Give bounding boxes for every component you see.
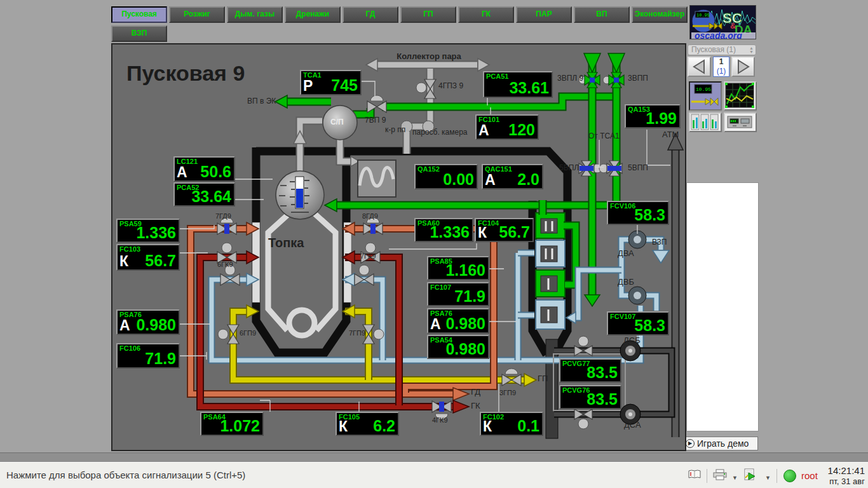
display-tag: FCV106 [610, 202, 635, 210]
instrument-display-TCA1[interactable]: TCA1Р745 [300, 70, 362, 95]
pipe-label-gk6: 6ГК9 [217, 261, 233, 268]
pipe-label-vzp: ВЗП [652, 238, 667, 247]
bars-icon [690, 114, 719, 130]
valve-5vpl[interactable] [579, 161, 602, 176]
connection-status-icon[interactable] [783, 470, 796, 482]
tab-Экономайзер[interactable]: Экономайзер [632, 6, 688, 23]
display-value: 1.160 [445, 261, 485, 280]
instrument-display-FCV106[interactable]: FCV10658.3 [607, 201, 669, 225]
trend-view-button[interactable] [724, 81, 757, 111]
tab-Пусковая[interactable]: Пусковая [111, 6, 167, 23]
print-dropdown-icon[interactable]: ▼ [732, 475, 738, 481]
play-demo-button[interactable]: ▶ Играть демо [682, 437, 758, 451]
instrument-display-FC104[interactable]: FC104К56.7 [475, 218, 534, 242]
valve-7vp9[interactable] [367, 95, 386, 112]
tab-Дым. газы[interactable]: Дым. газы [227, 6, 283, 23]
instrument-display-LC121[interactable]: LC121А50.6 [173, 156, 235, 182]
view-selector[interactable]: Пусковая (1) ▲▼ [688, 44, 756, 55]
instrument-display-PSA76L[interactable]: PSA76А0.980 [116, 309, 180, 335]
instrument-display-QA152[interactable]: QA1520.00 [414, 164, 478, 189]
valve-7gd9[interactable] [217, 217, 236, 234]
display-value: 0.980 [445, 340, 485, 358]
display-value: 1.99 [646, 109, 677, 128]
tab-row-2: ВЗП [111, 25, 167, 42]
instrument-display-PSA76C[interactable]: PSA76А0.980 [427, 308, 489, 334]
status-message[interactable]: Нажмите для выбора объекта сигнализации … [6, 470, 245, 480]
fan-dvb[interactable] [628, 287, 646, 304]
pipe-label-gk: ГК [471, 401, 480, 410]
valve-8gd9[interactable] [363, 217, 383, 234]
doc-dropdown-icon[interactable]: ▼ [765, 475, 771, 481]
display-value: 120 [508, 121, 535, 139]
pipe-label-gd7: 7ГД9 [215, 212, 231, 220]
tab-ГК[interactable]: ГК [458, 6, 514, 23]
display-tag: PCVG76 [562, 386, 590, 395]
instrument-display-FC105[interactable]: FC105К6.2 [336, 412, 399, 436]
prev-page-button[interactable] [688, 57, 711, 77]
instrument-display-FC103[interactable]: FC103К56.7 [116, 244, 180, 271]
trend-icon [725, 83, 754, 108]
instrument-display-PCVG77[interactable]: PCVG7783.5 [559, 358, 621, 383]
display-letter: А [485, 172, 496, 189]
tab-Дренажи[interactable]: Дренажи [285, 6, 341, 23]
instrument-display-FC101[interactable]: FC101А120 [475, 114, 539, 140]
panel-view-button[interactable] [724, 112, 757, 132]
display-value: 33.61 [509, 79, 549, 97]
tab-ВП[interactable]: ВП [574, 6, 630, 23]
instrument-display-PSA54[interactable]: PSA540.980 [427, 335, 489, 359]
oscada-logo-art: 10.95 SC & DA oscada.org [690, 6, 756, 39]
tab-ГП[interactable]: ГП [400, 6, 456, 23]
alarm-list-panel[interactable] [686, 182, 759, 431]
instrument-display-PSA64[interactable]: PSA641.072 [200, 412, 264, 436]
instrument-display-FC107[interactable]: FC10771.9 [427, 282, 489, 306]
drum-vessel[interactable] [276, 171, 324, 219]
instrument-display-FC102[interactable]: FC102К0.1 [480, 412, 543, 436]
next-page-button[interactable] [731, 57, 755, 77]
display-value: 33.64 [191, 187, 231, 206]
alarm-book-icon[interactable] [688, 469, 702, 480]
pipe-label-gk7: 7ГК9 [360, 252, 376, 260]
display-value: 0.00 [443, 170, 474, 189]
instrument-display-QA153[interactable]: QA1531.99 [625, 104, 681, 128]
display-value: 0.980 [445, 315, 485, 333]
instrument-display-PSA60[interactable]: PSA601.336 [414, 218, 473, 242]
mimic-area[interactable]: .kG{stroke:#004f00;stroke-width:13;fill:… [111, 43, 686, 451]
separator [707, 469, 707, 483]
valve-3vpp[interactable] [603, 72, 624, 88]
instrument-display-PSA85[interactable]: PSA851.160 [427, 256, 489, 280]
display-letter: К [119, 253, 128, 270]
current-user[interactable]: root [801, 470, 818, 481]
display-tag: QA152 [417, 165, 440, 173]
tab-ПАР[interactable]: ПАР [516, 6, 572, 23]
instrument-display-PCVG76[interactable]: PCVG7683.5 [559, 385, 621, 409]
logo-lcd: 10.95 [696, 13, 710, 18]
scada-window: ПусковаяРозжигДым. газыДренажиГДГПГКПАРВ… [0, 0, 868, 488]
arrow-left-icon [689, 58, 710, 76]
instrument-display-PSA59[interactable]: PSA591.336 [116, 219, 180, 243]
mnemo-view-button[interactable]: 10.95 [689, 81, 722, 111]
tab-ГД[interactable]: ГД [342, 6, 398, 23]
status-band [0, 452, 868, 462]
display-value: 56.7 [145, 252, 176, 270]
instrument-display-FC106[interactable]: FC10671.9 [116, 343, 180, 369]
tab-ВЗП[interactable]: ВЗП [111, 25, 167, 42]
instrument-display-FCV107[interactable]: FCV10758.3 [607, 311, 669, 336]
pipe-label-gpz4: 4ГПЗ 9 [438, 81, 463, 90]
tab-Розжиг[interactable]: Розжиг [169, 6, 225, 23]
bars-view-button[interactable] [689, 112, 722, 132]
instrument-display-PCA51[interactable]: PCA5133.61 [483, 71, 553, 98]
display-value: 2.0 [517, 170, 539, 189]
display-letter: А [478, 122, 489, 139]
display-value: 0.980 [136, 316, 176, 334]
display-letter: К [483, 418, 492, 435]
pipe-label-dvb: ДВБ [618, 277, 634, 287]
logo-site[interactable]: oscada.org [695, 30, 742, 39]
spinner-arrows-icon[interactable]: ▲▼ [749, 46, 754, 54]
instrument-display-PCA52[interactable]: PCA5233.64 [173, 182, 235, 207]
instrument-display-QAC151[interactable]: QAC151А2.0 [482, 164, 543, 189]
doc-play-icon[interactable] [743, 468, 756, 481]
pipe-label-gd8: 8ГД9 [362, 212, 378, 220]
pipe-label-gd: ГД [471, 387, 480, 396]
print-icon[interactable] [712, 469, 728, 481]
page-title: Пусковая 9 [126, 61, 245, 86]
